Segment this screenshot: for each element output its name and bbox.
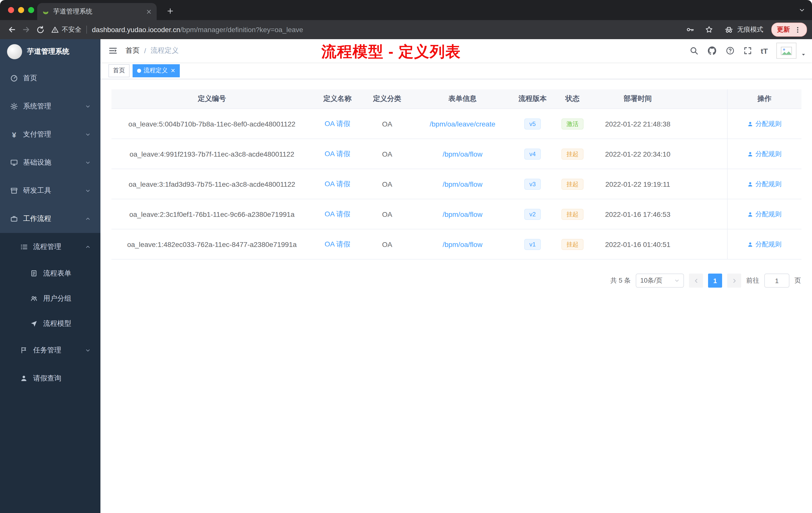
assign-rule-link[interactable]: 分配规则 <box>748 119 782 128</box>
bookmark-star-icon[interactable] <box>702 23 716 37</box>
sidebar-item-process-mgmt[interactable]: 流程管理 <box>0 233 100 261</box>
sidebar-item-user-group[interactable]: 用户分组 <box>0 286 100 311</box>
page-annotation: 流程模型 - 定义列表 <box>321 42 461 62</box>
address-bar[interactable]: dashboard.yudao.iocoder.cn/bpm/manager/d… <box>92 26 683 34</box>
browser-update-button[interactable]: 更新 <box>771 23 807 37</box>
user-icon <box>748 121 754 127</box>
cell-actions: 分配规则 <box>727 199 802 229</box>
sidebar-item-task-mgmt[interactable]: 任务管理 <box>0 336 100 364</box>
browser-tab[interactable]: 芋道管理系统 <box>37 3 157 20</box>
form-link[interactable]: /bpm/oa/leave/create <box>430 120 495 128</box>
app-navbar: 首页 / 流程定义 流程模型 - 定义列表 tT <box>100 39 812 62</box>
browser-menu-icon[interactable] <box>794 26 802 33</box>
cell-gap <box>683 139 727 169</box>
cell-definition-name: OA 请假 <box>312 169 362 199</box>
tab-search-chevron-icon[interactable] <box>799 7 805 13</box>
sidebar-item-system[interactable]: 系统管理 <box>0 92 100 120</box>
help-icon[interactable] <box>726 46 735 55</box>
screen: 芋道管理系统 不安全 dashboard.yudao.iocoder.cn/ <box>0 0 812 513</box>
incognito-icon <box>724 25 734 34</box>
cell-version: v5 <box>513 109 552 139</box>
form-link[interactable]: /bpm/oa/flow <box>443 240 483 248</box>
current-page-button[interactable]: 1 <box>708 274 722 288</box>
back-icon[interactable] <box>5 23 19 37</box>
sidebar-item-home[interactable]: 首页 <box>0 64 100 92</box>
sidebar-item-workflow[interactable]: 工作流程 <box>0 205 100 233</box>
prev-page-button[interactable] <box>689 274 703 288</box>
password-key-icon[interactable] <box>683 23 697 37</box>
next-page-button[interactable] <box>727 274 741 288</box>
status-badge: 激活 <box>561 118 583 129</box>
sidebar-logo: 芋道管理系统 <box>0 39 100 64</box>
sidebar-item-label: 工作流程 <box>23 214 51 223</box>
sidebar-item-devtools[interactable]: 研发工具 <box>0 177 100 205</box>
definition-name-link[interactable]: OA 请假 <box>325 240 350 248</box>
form-link[interactable]: /bpm/oa/flow <box>443 180 483 188</box>
window-zoom-button[interactable] <box>28 7 34 13</box>
cell-definition-id: oa_leave:1:482ec033-762a-11ec-8477-a2380… <box>112 229 312 259</box>
forward-icon[interactable] <box>19 23 33 37</box>
cell-definition-name: OA 请假 <box>312 109 362 139</box>
font-size-icon[interactable]: tT <box>761 47 768 55</box>
workflow-submenu: 流程管理 流程表单 用户分组 流程模型 任务管理 请假 <box>0 233 100 513</box>
table-row: oa_leave:3:1fad3d93-7b75-11ec-a3c8-acde4… <box>112 169 802 199</box>
tag-close-icon[interactable] <box>171 68 175 73</box>
assign-rule-link[interactable]: 分配规则 <box>748 210 782 219</box>
navbar-actions: tT <box>690 39 806 62</box>
new-tab-icon[interactable] <box>164 4 177 18</box>
user-avatar[interactable] <box>776 43 796 59</box>
dashboard-icon <box>10 74 18 82</box>
user-icon <box>20 374 28 383</box>
goto-page-input[interactable] <box>764 274 789 288</box>
cell-category: OA <box>362 169 412 199</box>
sidebar-item-label: 支付管理 <box>23 130 51 139</box>
tag-home[interactable]: 首页 <box>109 64 129 77</box>
chevron-up-icon <box>85 244 90 249</box>
col-form-info: 表单信息 <box>412 89 513 109</box>
search-icon[interactable] <box>690 46 698 55</box>
avatar-dropdown-caret-icon[interactable] <box>801 52 806 57</box>
breadcrumb-home[interactable]: 首页 <box>125 46 140 55</box>
browser-toolbar: 不安全 dashboard.yudao.iocoder.cn/bpm/manag… <box>0 20 812 39</box>
status-badge: 挂起 <box>561 148 583 159</box>
cell-form-info: /bpm/oa/flow <box>412 169 513 199</box>
github-icon[interactable] <box>707 46 717 56</box>
page-size-select[interactable]: 10条/页 <box>636 274 684 288</box>
sidebar: 芋道管理系统 首页 系统管理 ¥ 支付管理 基础设施 研发工具 工作 <box>0 39 100 513</box>
fullscreen-icon[interactable] <box>743 46 752 55</box>
assign-rule-link[interactable]: 分配规则 <box>748 179 782 188</box>
window-close-button[interactable] <box>8 7 14 13</box>
cell-gap <box>683 109 727 139</box>
sidebar-item-process-model[interactable]: 流程模型 <box>0 311 100 336</box>
chevron-down-icon <box>85 160 90 165</box>
cell-version: v3 <box>513 169 552 199</box>
cell-definition-name: OA 请假 <box>312 199 362 229</box>
sidebar-item-leave-query[interactable]: 请假查询 <box>0 364 100 393</box>
form-link[interactable]: /bpm/oa/flow <box>443 150 483 158</box>
user-icon <box>748 241 754 247</box>
reload-icon[interactable] <box>33 23 47 37</box>
update-label: 更新 <box>777 25 790 34</box>
sidebar-collapse-icon[interactable] <box>109 46 117 55</box>
sidebar-item-process-form[interactable]: 流程表单 <box>0 261 100 286</box>
cell-deploy-time: 2022-01-22 19:19:11 <box>593 169 683 199</box>
window-minimize-button[interactable] <box>18 7 24 13</box>
assign-rule-link[interactable]: 分配规则 <box>748 149 782 158</box>
assign-rule-link[interactable]: 分配规则 <box>748 240 782 249</box>
definition-name-link[interactable]: OA 请假 <box>325 210 350 218</box>
tab-close-icon[interactable] <box>146 9 152 14</box>
url-path: /bpm/manager/definition?key=oa_leave <box>180 26 303 34</box>
definition-name-link[interactable]: OA 请假 <box>325 119 350 127</box>
browser-tab-strip: 芋道管理系统 <box>0 0 812 20</box>
site-security[interactable]: 不安全 <box>51 25 81 34</box>
cell-actions: 分配规则 <box>727 229 802 259</box>
tag-process-definition[interactable]: 流程定义 <box>133 64 180 77</box>
sidebar-item-label: 系统管理 <box>23 102 51 111</box>
sidebar-item-infrastructure[interactable]: 基础设施 <box>0 149 100 177</box>
form-link[interactable]: /bpm/oa/flow <box>443 210 483 218</box>
cell-form-info: /bpm/oa/flow <box>412 229 513 259</box>
sidebar-item-payment[interactable]: ¥ 支付管理 <box>0 120 100 149</box>
monitor-icon <box>10 159 18 167</box>
definition-name-link[interactable]: OA 请假 <box>325 149 350 157</box>
definition-name-link[interactable]: OA 请假 <box>325 179 350 187</box>
